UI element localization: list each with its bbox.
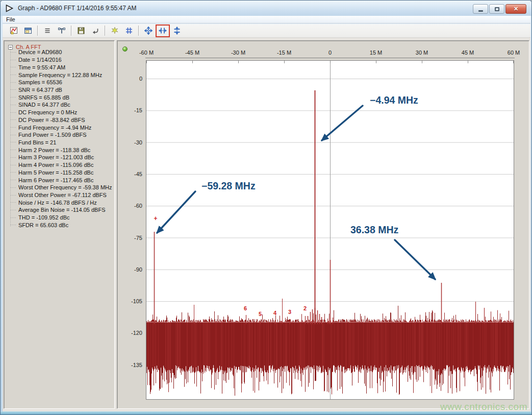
tree-dash	[11, 82, 16, 83]
toolbar-button-zoom-vertical[interactable]	[170, 25, 184, 37]
maximize-button[interactable]	[489, 4, 504, 14]
tree-dash	[11, 157, 16, 158]
tree-item-label: SNRFS = 65.885 dB	[18, 94, 69, 101]
toolbar-button-pan-zoom[interactable]	[142, 25, 155, 37]
menu-file[interactable]: File	[3, 16, 19, 23]
menu-bar: File	[3, 16, 530, 23]
annotation-label: −59.28 MHz	[201, 180, 256, 191]
toolbar-button-list[interactable]	[41, 25, 54, 37]
toolbar-button-grid[interactable]	[122, 25, 136, 37]
tree-item[interactable]: SNRFS = 65.885 dB	[11, 93, 113, 101]
tree-dash	[11, 112, 16, 113]
tree-item[interactable]: Noise / Hz = -146.78 dBFS / Hz	[11, 199, 113, 206]
minimize-icon	[478, 10, 483, 12]
x-tick-label: -30 M	[231, 50, 245, 56]
tree-item-label: DC Power = -83.842 dBFS	[18, 117, 85, 123]
x-axis-line	[145, 58, 515, 58]
tree-dash	[11, 210, 16, 210]
x-tick-label: -15 M	[277, 50, 291, 56]
y-tick-label: -45	[125, 171, 142, 177]
tree-item-label: Harm 6 Power = -117.465 dBc	[18, 177, 93, 183]
tree-dash	[11, 127, 16, 128]
toolbar-separator	[105, 26, 106, 36]
toolbar-separator	[138, 26, 139, 36]
tree-item-label: Fund Bins = 21	[18, 139, 56, 145]
tree-item[interactable]: SNR = 64.377 dB	[11, 86, 113, 94]
tree-item-label: SINAD = 64.377 dBc	[18, 102, 70, 108]
harmonic-marker-label: 6	[244, 305, 247, 311]
tree-item-label: Harm 4 Power = -115.096 dBc	[18, 162, 93, 168]
tree-item[interactable]: Worst Other Power = -67.112 dBFS	[11, 191, 113, 199]
toolbar-button-cursor[interactable]	[55, 25, 68, 37]
tree-item[interactable]: Harm 6 Power = -117.465 dBc	[11, 176, 113, 184]
toolbar-button-window-settings[interactable]	[21, 25, 35, 37]
tree-item[interactable]: Time = 9:55:47 AM	[11, 63, 113, 71]
y-tick-label: -90	[125, 266, 142, 273]
tree-item-label: Noise / Hz = -146.78 dBFS / Hz	[18, 200, 97, 206]
toolbar-button-highlight-star[interactable]	[108, 25, 121, 37]
worst-other-marker: +	[154, 215, 157, 222]
tree-dash	[11, 202, 16, 203]
close-icon: ✕	[514, 6, 518, 12]
tree-item[interactable]: Harm 5 Power = -115.258 dBc	[11, 169, 113, 177]
tree-item-label: SNR = 64.377 dB	[18, 87, 62, 93]
y-tick-label: -30	[125, 139, 142, 145]
harmonic-marker-label: 5	[259, 311, 262, 317]
tree-item[interactable]: Samples = 65536	[11, 79, 113, 86]
tree-item-label: Device = AD9680	[18, 49, 62, 55]
annotation-label: −4.94 MHz	[370, 94, 418, 106]
tree-item[interactable]: Sample Frequency = 122.88 MHz	[11, 71, 113, 79]
tree-item[interactable]: DC Power = -83.842 dBFS	[11, 116, 113, 124]
tree-item[interactable]: Worst Other Frequency = -59.38 MHz	[11, 184, 113, 191]
tree-item[interactable]: Fund Power = -1.509 dBFS	[11, 131, 113, 139]
tree-item[interactable]: Harm 2 Power = -118.38 dBc	[11, 146, 113, 154]
tree-item-label: Fund Power = -1.509 dBFS	[18, 132, 87, 138]
harmonic-marker-label: 3	[288, 309, 291, 315]
pan-zoom-icon	[144, 27, 153, 35]
tree-item[interactable]: THD = -109.952 dBc	[11, 214, 113, 222]
tree-item[interactable]: Date = 1/14/2016	[11, 56, 113, 64]
tree-item[interactable]: SINAD = 64.377 dBc	[11, 101, 113, 109]
window-title: Graph - AD9680 FFT 1/14/2016 9:55:47 AM	[18, 5, 137, 12]
y-tick-label: -105	[125, 298, 142, 304]
toolbar-button-zoom-horizontal[interactable]	[156, 25, 169, 37]
toolbar-button-chart-export[interactable]	[7, 25, 20, 37]
annotation-arrow	[395, 240, 435, 279]
tree-item-label: Worst Other Power = -67.112 dBFS	[18, 192, 107, 198]
status-led-icon	[122, 46, 128, 52]
tree-dash	[11, 142, 16, 142]
client-area: Ch. A FFT Device = AD9680Date = 1/14/201…	[3, 38, 530, 411]
tree-item[interactable]: SFDR = 65.603 dBc	[11, 222, 113, 229]
x-tick-label: 0	[328, 50, 332, 56]
tree-item[interactable]: Fund Frequency = -4.94 MHz	[11, 124, 113, 131]
toolbar-button-undo-export[interactable]	[89, 25, 102, 37]
tree-dash	[11, 187, 16, 188]
tree-item-label: Worst Other Frequency = -59.38 MHz	[18, 184, 112, 190]
fft-plot[interactable]: 23456+−4.94 MHz−59.28 MHz36.38 MHz	[146, 61, 514, 399]
tree-item[interactable]: Harm 4 Power = -115.096 dBc	[11, 161, 113, 169]
grid-icon	[125, 27, 133, 35]
tree-item-label: Time = 9:55:47 AM	[18, 64, 65, 70]
title-bar[interactable]: Graph - AD9680 FFT 1/14/2016 9:55:47 AM …	[1, 1, 531, 16]
tree-item[interactable]: DC Frequency = 0 MHz	[11, 109, 113, 116]
tree-item[interactable]: Average Bin Noise = -114.05 dBFS	[11, 206, 113, 214]
toolbar-button-save[interactable]	[74, 25, 88, 37]
tree-item-label: Harm 2 Power = -118.38 dBc	[18, 147, 90, 153]
y-tick-label: -75	[125, 235, 142, 241]
tree-dash	[11, 180, 16, 180]
window-controls: ✕	[473, 4, 526, 14]
tree-item[interactable]: Harm 3 Power = -121.003 dBc	[11, 154, 113, 161]
app-window: Graph - AD9680 FFT 1/14/2016 9:55:47 AM …	[0, 0, 532, 415]
close-button[interactable]: ✕	[505, 4, 526, 14]
tree-item-label: THD = -109.952 dBc	[18, 214, 70, 221]
toolbar-separator	[37, 26, 38, 36]
x-tick-label: -60 M	[139, 50, 154, 56]
y-tick-label: -135	[125, 362, 142, 368]
toolbar	[3, 24, 530, 38]
x-tick-label: -45 M	[185, 50, 199, 56]
tree-items: Device = AD9680Date = 1/14/2016Time = 9:…	[11, 48, 113, 229]
tree-item[interactable]: Fund Bins = 21	[11, 139, 113, 147]
tree-item[interactable]: Device = AD9680	[11, 48, 113, 56]
minimize-button[interactable]	[473, 4, 488, 14]
y-tick-label: -15	[125, 107, 142, 113]
